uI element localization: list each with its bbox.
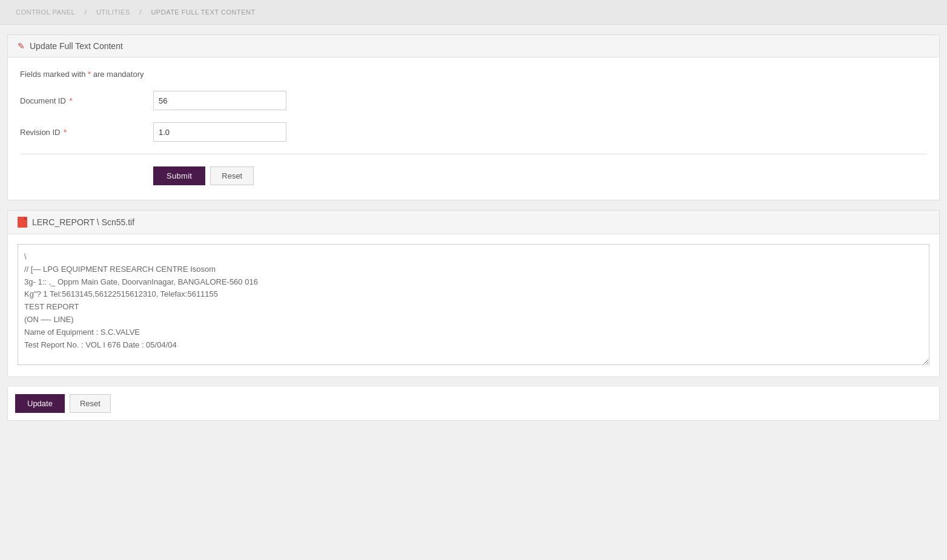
breadcrumb-sep1: / — [85, 8, 87, 16]
file-section-card: LERC_REPORT \ Scn55.tif \ // [— LPG EQUI… — [7, 210, 940, 377]
reset-button[interactable]: Reset — [210, 166, 254, 185]
form-section-body: Fields marked with * are mandatory Docum… — [8, 58, 939, 200]
form-buttons-row: Submit Reset — [20, 166, 927, 185]
bottom-buttons-row: Update Reset — [7, 387, 940, 421]
revision-id-label: Revision ID * — [20, 128, 153, 137]
form-section-card: ✎ Update Full Text Content Fields marked… — [7, 35, 940, 200]
mandatory-note: Fields marked with * are mandatory — [20, 70, 927, 79]
revision-id-row: Revision ID * — [20, 122, 927, 142]
update-button[interactable]: Update — [15, 394, 65, 413]
file-section-header: LERC_REPORT \ Scn55.tif — [8, 211, 939, 234]
breadcrumb: CONTROL PANEL / UTILITIES / UPDATE FULL … — [0, 0, 947, 25]
file-section-title: LERC_REPORT \ Scn55.tif — [32, 217, 134, 227]
edit-icon: ✎ — [18, 41, 25, 51]
file-icon — [18, 217, 27, 228]
form-section-title: Update Full Text Content — [30, 41, 123, 51]
document-id-input[interactable] — [153, 91, 286, 110]
revision-id-input[interactable] — [153, 122, 286, 142]
reset-bottom-button[interactable]: Reset — [70, 394, 111, 413]
text-content-wrapper: \ // [— LPG EQUIPMENT RESEARCH CENTRE Is… — [8, 234, 939, 377]
document-id-label: Document ID * — [20, 96, 153, 105]
breadcrumb-part2: UTILITIES — [96, 8, 130, 16]
form-divider — [20, 154, 927, 154]
breadcrumb-part1: CONTROL PANEL — [16, 8, 75, 16]
breadcrumb-current: UPDATE FULL TEXT CONTENT — [151, 8, 255, 16]
form-section-header: ✎ Update Full Text Content — [8, 35, 939, 58]
text-content-area[interactable]: \ // [— LPG EQUIPMENT RESEARCH CENTRE Is… — [18, 244, 929, 365]
submit-button[interactable]: Submit — [153, 166, 205, 185]
document-id-row: Document ID * — [20, 91, 927, 110]
breadcrumb-sep2: / — [139, 8, 142, 16]
